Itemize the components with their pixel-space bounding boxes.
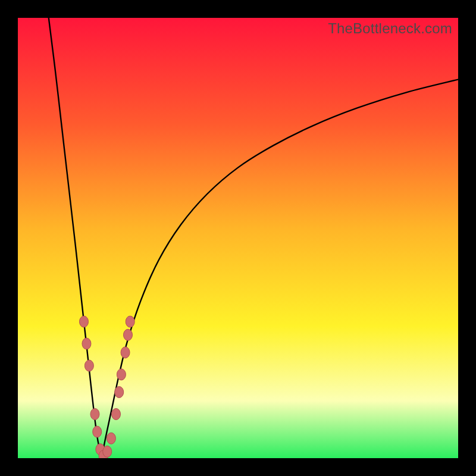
data-marker — [90, 409, 99, 420]
data-marker — [103, 446, 112, 457]
data-marker — [121, 347, 130, 358]
data-marker — [82, 338, 91, 349]
bottleneck-curve-left-branch — [49, 18, 102, 458]
curve-layer — [18, 18, 458, 458]
bottleneck-curve-right-branch — [102, 80, 458, 458]
data-marker — [124, 329, 133, 340]
data-marker — [126, 316, 134, 327]
data-marker — [115, 387, 124, 398]
watermark-text: TheBottleneck.com — [328, 20, 452, 37]
data-marker — [80, 316, 89, 327]
data-marker — [84, 360, 93, 371]
chart-frame: TheBottleneck.com — [0, 0, 476, 476]
data-marker — [93, 426, 102, 437]
plot-area: TheBottleneck.com — [18, 18, 458, 458]
data-marker — [107, 433, 115, 444]
data-marker — [112, 409, 121, 420]
data-marker — [117, 369, 126, 380]
